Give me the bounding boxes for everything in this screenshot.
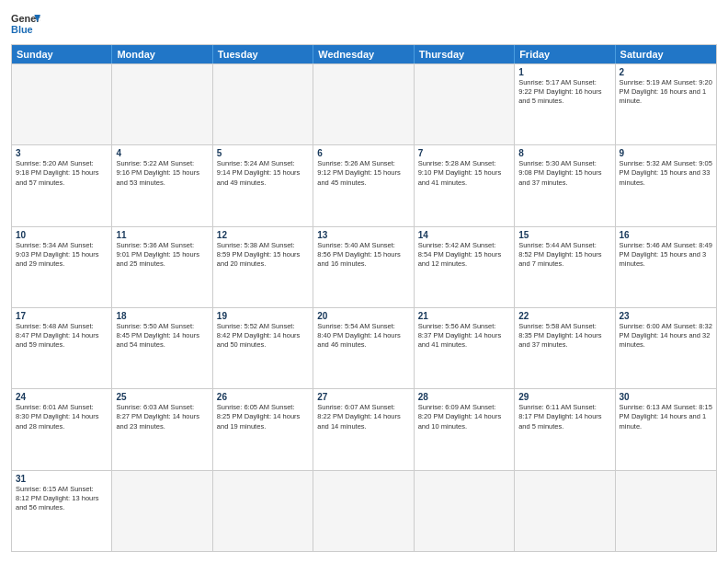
- day-number: 29: [518, 392, 610, 402]
- day-info: Sunrise: 6:00 AM Sunset: 8:32 PM Dayligh…: [620, 322, 712, 350]
- calendar-week-2: 3Sunrise: 5:20 AM Sunset: 9:18 PM Daylig…: [12, 144, 716, 225]
- calendar-cell: 17Sunrise: 5:48 AM Sunset: 8:47 PM Dayli…: [12, 308, 112, 388]
- day-info: Sunrise: 6:07 AM Sunset: 8:22 PM Dayligh…: [317, 403, 409, 431]
- calendar-cell: [313, 471, 414, 551]
- day-number: 14: [418, 230, 510, 240]
- calendar-cell: [213, 471, 313, 551]
- day-info: Sunrise: 5:48 AM Sunset: 8:47 PM Dayligh…: [16, 322, 108, 350]
- calendar-cell: 26Sunrise: 6:05 AM Sunset: 8:25 PM Dayli…: [213, 389, 313, 469]
- calendar-week-4: 17Sunrise: 5:48 AM Sunset: 8:47 PM Dayli…: [12, 307, 716, 388]
- calendar-cell: [112, 471, 212, 551]
- day-info: Sunrise: 5:50 AM Sunset: 8:45 PM Dayligh…: [116, 322, 208, 350]
- calendar-body: 1Sunrise: 5:17 AM Sunset: 9:22 PM Daylig…: [12, 63, 716, 551]
- day-info: Sunrise: 5:56 AM Sunset: 8:37 PM Dayligh…: [418, 322, 510, 350]
- calendar-cell: 14Sunrise: 5:42 AM Sunset: 8:54 PM Dayli…: [415, 227, 515, 307]
- calendar-cell: [415, 471, 515, 551]
- day-number: 19: [217, 311, 309, 321]
- calendar-cell: 9Sunrise: 5:32 AM Sunset: 9:05 PM Daylig…: [616, 145, 716, 225]
- calendar-header: SundayMondayTuesdayWednesdayThursdayFrid…: [12, 45, 716, 63]
- day-number: 21: [418, 311, 510, 321]
- day-number: 6: [317, 148, 409, 158]
- day-info: Sunrise: 5:42 AM Sunset: 8:54 PM Dayligh…: [418, 241, 510, 269]
- day-header-wednesday: Wednesday: [313, 45, 414, 63]
- calendar-cell: 20Sunrise: 5:54 AM Sunset: 8:40 PM Dayli…: [313, 308, 414, 388]
- calendar-cell: 4Sunrise: 5:22 AM Sunset: 9:16 PM Daylig…: [112, 145, 212, 225]
- calendar-cell: 12Sunrise: 5:38 AM Sunset: 8:59 PM Dayli…: [213, 227, 313, 307]
- day-header-saturday: Saturday: [616, 45, 716, 63]
- calendar-week-3: 10Sunrise: 5:34 AM Sunset: 9:03 PM Dayli…: [12, 226, 716, 307]
- calendar-cell: 30Sunrise: 6:13 AM Sunset: 8:15 PM Dayli…: [616, 389, 716, 469]
- day-number: 26: [217, 392, 309, 402]
- day-header-thursday: Thursday: [415, 45, 515, 63]
- calendar-cell: 29Sunrise: 6:11 AM Sunset: 8:17 PM Dayli…: [515, 389, 615, 469]
- calendar-cell: [12, 64, 112, 144]
- day-number: 31: [16, 474, 108, 484]
- page: General Blue SundayMondayTuesdayWednesda…: [0, 0, 728, 563]
- calendar-cell: [313, 64, 414, 144]
- day-info: Sunrise: 5:58 AM Sunset: 8:35 PM Dayligh…: [518, 322, 610, 350]
- day-number: 9: [620, 148, 712, 158]
- calendar-week-6: 31Sunrise: 6:15 AM Sunset: 8:12 PM Dayli…: [12, 470, 716, 551]
- day-number: 13: [317, 230, 409, 240]
- calendar-cell: 18Sunrise: 5:50 AM Sunset: 8:45 PM Dayli…: [112, 308, 212, 388]
- calendar-cell: 10Sunrise: 5:34 AM Sunset: 9:03 PM Dayli…: [12, 227, 112, 307]
- day-info: Sunrise: 5:36 AM Sunset: 9:01 PM Dayligh…: [116, 241, 208, 269]
- calendar-cell: 25Sunrise: 6:03 AM Sunset: 8:27 PM Dayli…: [112, 389, 212, 469]
- day-info: Sunrise: 5:52 AM Sunset: 8:42 PM Dayligh…: [217, 322, 309, 350]
- day-number: 27: [317, 392, 409, 402]
- logo: General Blue: [11, 11, 40, 37]
- day-info: Sunrise: 6:15 AM Sunset: 8:12 PM Dayligh…: [16, 485, 108, 512]
- calendar-cell: 8Sunrise: 5:30 AM Sunset: 9:08 PM Daylig…: [515, 145, 615, 225]
- svg-text:Blue: Blue: [11, 24, 33, 35]
- day-header-friday: Friday: [515, 45, 615, 63]
- day-number: 1: [518, 67, 610, 77]
- day-info: Sunrise: 5:38 AM Sunset: 8:59 PM Dayligh…: [217, 241, 309, 269]
- day-info: Sunrise: 5:34 AM Sunset: 9:03 PM Dayligh…: [16, 241, 108, 269]
- header: General Blue: [11, 11, 717, 37]
- day-info: Sunrise: 6:09 AM Sunset: 8:20 PM Dayligh…: [418, 403, 510, 431]
- day-info: Sunrise: 6:13 AM Sunset: 8:15 PM Dayligh…: [620, 403, 712, 431]
- day-header-tuesday: Tuesday: [213, 45, 313, 63]
- day-number: 30: [620, 392, 712, 402]
- day-number: 8: [518, 148, 610, 158]
- day-number: 12: [217, 230, 309, 240]
- day-info: Sunrise: 5:28 AM Sunset: 9:10 PM Dayligh…: [418, 159, 510, 187]
- day-number: 22: [518, 311, 610, 321]
- calendar: SundayMondayTuesdayWednesdayThursdayFrid…: [11, 44, 717, 552]
- day-number: 15: [518, 230, 610, 240]
- day-info: Sunrise: 5:46 AM Sunset: 8:49 PM Dayligh…: [620, 241, 712, 269]
- calendar-cell: 27Sunrise: 6:07 AM Sunset: 8:22 PM Dayli…: [313, 389, 414, 469]
- calendar-week-5: 24Sunrise: 6:01 AM Sunset: 8:30 PM Dayli…: [12, 388, 716, 469]
- day-info: Sunrise: 5:20 AM Sunset: 9:18 PM Dayligh…: [16, 159, 108, 187]
- day-number: 10: [16, 230, 108, 240]
- calendar-cell: 1Sunrise: 5:17 AM Sunset: 9:22 PM Daylig…: [515, 64, 615, 144]
- day-number: 7: [418, 148, 510, 158]
- day-info: Sunrise: 5:32 AM Sunset: 9:05 PM Dayligh…: [620, 159, 712, 187]
- calendar-cell: [112, 64, 212, 144]
- calendar-cell: [213, 64, 313, 144]
- calendar-cell: 6Sunrise: 5:26 AM Sunset: 9:12 PM Daylig…: [313, 145, 414, 225]
- calendar-week-1: 1Sunrise: 5:17 AM Sunset: 9:22 PM Daylig…: [12, 63, 716, 144]
- calendar-cell: 19Sunrise: 5:52 AM Sunset: 8:42 PM Dayli…: [213, 308, 313, 388]
- calendar-cell: 5Sunrise: 5:24 AM Sunset: 9:14 PM Daylig…: [213, 145, 313, 225]
- calendar-cell: 31Sunrise: 6:15 AM Sunset: 8:12 PM Dayli…: [12, 471, 112, 551]
- day-info: Sunrise: 6:01 AM Sunset: 8:30 PM Dayligh…: [16, 403, 108, 431]
- day-info: Sunrise: 5:40 AM Sunset: 8:56 PM Dayligh…: [317, 241, 409, 269]
- generalblue-logo-icon: General Blue: [11, 11, 40, 37]
- day-number: 18: [116, 311, 208, 321]
- calendar-cell: 13Sunrise: 5:40 AM Sunset: 8:56 PM Dayli…: [313, 227, 414, 307]
- calendar-cell: 15Sunrise: 5:44 AM Sunset: 8:52 PM Dayli…: [515, 227, 615, 307]
- day-info: Sunrise: 5:30 AM Sunset: 9:08 PM Dayligh…: [518, 159, 610, 187]
- calendar-cell: 22Sunrise: 5:58 AM Sunset: 8:35 PM Dayli…: [515, 308, 615, 388]
- calendar-cell: 11Sunrise: 5:36 AM Sunset: 9:01 PM Dayli…: [112, 227, 212, 307]
- day-number: 16: [620, 230, 712, 240]
- day-number: 3: [16, 148, 108, 158]
- day-number: 24: [16, 392, 108, 402]
- calendar-cell: 16Sunrise: 5:46 AM Sunset: 8:49 PM Dayli…: [616, 227, 716, 307]
- day-number: 2: [620, 67, 712, 77]
- day-info: Sunrise: 5:17 AM Sunset: 9:22 PM Dayligh…: [518, 78, 610, 106]
- day-info: Sunrise: 5:24 AM Sunset: 9:14 PM Dayligh…: [217, 159, 309, 187]
- calendar-cell: 2Sunrise: 5:19 AM Sunset: 9:20 PM Daylig…: [616, 64, 716, 144]
- day-header-sunday: Sunday: [12, 45, 112, 63]
- calendar-cell: 23Sunrise: 6:00 AM Sunset: 8:32 PM Dayli…: [616, 308, 716, 388]
